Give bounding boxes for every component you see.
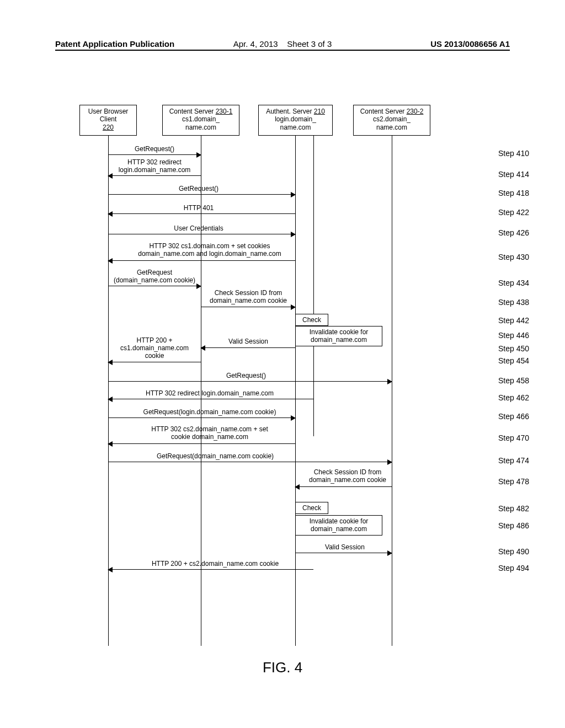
lifeline-client-l3: 220 xyxy=(82,124,135,131)
step-470: Step 470 xyxy=(498,433,529,442)
box-check-442: Check xyxy=(295,314,328,326)
msg-486b: domain_name.com xyxy=(299,525,379,533)
msg-466: GetRequest(login.domain_name.com cookie) xyxy=(143,408,276,416)
lifeline-cs1-l1: Content Server xyxy=(169,108,216,115)
header-left: Patent Application Publication xyxy=(55,39,174,49)
page-header: Patent Application Publication Apr. 4, 2… xyxy=(55,33,510,49)
msg-430b: domain_name.com and login.domain_name.co… xyxy=(138,250,281,258)
arrow-434 xyxy=(108,286,201,286)
msg-478b: domain_name.com cookie xyxy=(309,477,386,484)
arrow-490 xyxy=(295,553,392,553)
page: Patent Application Publication Apr. 4, 2… xyxy=(0,0,565,728)
msg-454c: cookie xyxy=(120,352,189,360)
lifeline-cs1: Content Server 230-1 cs1.domain_ name.co… xyxy=(162,105,239,136)
msg-450: Valid Session xyxy=(228,338,268,345)
msg-418: GetRequest() xyxy=(179,185,218,192)
step-474: Step 474 xyxy=(498,456,529,465)
msg-434b: (domain_name.com cookie) xyxy=(114,277,195,285)
msg-470b: cookie domain_name.com xyxy=(151,433,268,441)
arrow-430 xyxy=(108,260,295,261)
lifeline-cs1-ref: 230-1 xyxy=(216,108,233,115)
step-482: Step 482 xyxy=(498,504,529,513)
arrow-418 xyxy=(108,194,295,195)
msg-422: HTTP 401 xyxy=(184,204,214,212)
arrow-474 xyxy=(108,462,392,462)
step-422: Step 422 xyxy=(498,208,529,217)
msg-470a: HTTP 302 cs2.domain_name.com + set xyxy=(151,426,268,433)
arrow-478 xyxy=(295,486,392,487)
msg-414b: login.domain_name.com xyxy=(119,167,191,174)
msg-434: GetRequest (domain_name.com cookie) xyxy=(114,269,195,285)
lifeline-cs2: Content Server 230-2 cs2.domain_ name.co… xyxy=(353,105,430,136)
msg-454: HTTP 200 + cs1.domain_name.com cookie xyxy=(120,337,189,360)
sequence-diagram: User Browser Client 220 Content Server 2… xyxy=(72,105,491,651)
msg-414a: HTTP 302 redirect xyxy=(119,159,191,167)
step-462: Step 462 xyxy=(498,393,529,402)
msg-430a: HTTP 302 cs1.domain.com + set cookies xyxy=(138,243,281,250)
lifeline-cs2-l2: cs2.domain_ xyxy=(355,115,428,123)
arrow-462 xyxy=(108,399,313,399)
step-418: Step 418 xyxy=(498,189,529,197)
lifeline-cs2-l1: Content Server xyxy=(360,108,407,115)
step-446: Step 446 xyxy=(498,331,529,340)
step-430: Step 430 xyxy=(498,253,529,261)
arrow-422 xyxy=(108,213,295,214)
msg-438a: Check Session ID from xyxy=(210,290,287,297)
step-454: Step 454 xyxy=(498,356,529,365)
arrow-470 xyxy=(108,443,295,444)
step-442: Step 442 xyxy=(498,316,529,325)
lifeline-client-l2: Client xyxy=(82,115,135,123)
step-478: Step 478 xyxy=(498,477,529,486)
step-490: Step 490 xyxy=(498,547,529,556)
step-438: Step 438 xyxy=(498,298,529,307)
arrow-494 xyxy=(108,569,313,570)
lifeline-cs2-ref: 230-2 xyxy=(407,108,424,115)
msg-426: User Credentials xyxy=(174,224,223,232)
step-458: Step 458 xyxy=(498,376,529,385)
step-426: Step 426 xyxy=(498,228,529,237)
header-mid: Apr. 4, 2013 Sheet 3 of 3 xyxy=(233,39,332,49)
box-check-482: Check xyxy=(295,502,328,514)
msg-454a: HTTP 200 + xyxy=(120,337,189,345)
step-494: Step 494 xyxy=(498,564,529,572)
msg-438: Check Session ID from domain_name.com co… xyxy=(210,290,287,305)
lifeline-auth-l2: login.domain_ xyxy=(260,115,331,123)
lifeline-line-cs2 xyxy=(392,136,392,646)
msg-446b: domain_name.com xyxy=(299,336,379,344)
lifeline-auth-ref: 210 xyxy=(314,108,325,115)
msg-434a: GetRequest xyxy=(114,269,195,277)
msg-478a: Check Session ID from xyxy=(309,469,386,477)
lifeline-auth: Authent. Server 210 login.domain_ name.c… xyxy=(258,105,333,136)
lifeline-client-l1: User Browser xyxy=(82,108,135,115)
step-414: Step 414 xyxy=(498,170,529,179)
step-434: Step 434 xyxy=(498,279,529,287)
arrow-454 xyxy=(108,362,201,362)
step-466: Step 466 xyxy=(498,412,529,421)
msg-454b: cs1.domain_name.com xyxy=(120,345,189,352)
lifeline-line-auth-2 xyxy=(313,136,314,436)
figure-label: FIG. 4 xyxy=(263,659,302,676)
msg-474: GetRequest(domain_name.com cookie) xyxy=(157,452,274,460)
msg-470: HTTP 302 cs2.domain_name.com + set cooki… xyxy=(151,426,268,441)
header-rule xyxy=(55,50,510,51)
msg-438b: domain_name.com cookie xyxy=(210,297,287,305)
arrow-458 xyxy=(108,381,392,382)
arrow-438 xyxy=(201,307,295,307)
msg-414: HTTP 302 redirect login.domain_name.com xyxy=(119,159,191,174)
step-410: Step 410 xyxy=(498,149,529,158)
msg-458: GetRequest() xyxy=(226,372,266,379)
msg-462: HTTP 302 redirect login.domain_name.com xyxy=(146,389,274,397)
msg-486a: Invalidate cookie for xyxy=(299,517,379,525)
header-sheet: Sheet 3 of 3 xyxy=(287,39,332,49)
msg-430: HTTP 302 cs1.domain.com + set cookies do… xyxy=(138,243,281,258)
arrow-410 xyxy=(108,154,201,155)
header-right: US 2013/0086656 A1 xyxy=(430,39,510,49)
msg-494: HTTP 200 + cs2.domain_name.com cookie xyxy=(152,560,279,568)
step-450: Step 450 xyxy=(498,344,529,353)
msg-446a: Invalidate cookie for xyxy=(299,328,379,336)
lifeline-cs1-l2: cs1.domain_ xyxy=(164,115,237,123)
lifeline-auth-l3: name.com xyxy=(260,124,331,131)
step-486: Step 486 xyxy=(498,521,529,530)
msg-442: Check xyxy=(302,316,321,324)
box-invalidate-446: Invalidate cookie for domain_name.com xyxy=(295,326,382,346)
